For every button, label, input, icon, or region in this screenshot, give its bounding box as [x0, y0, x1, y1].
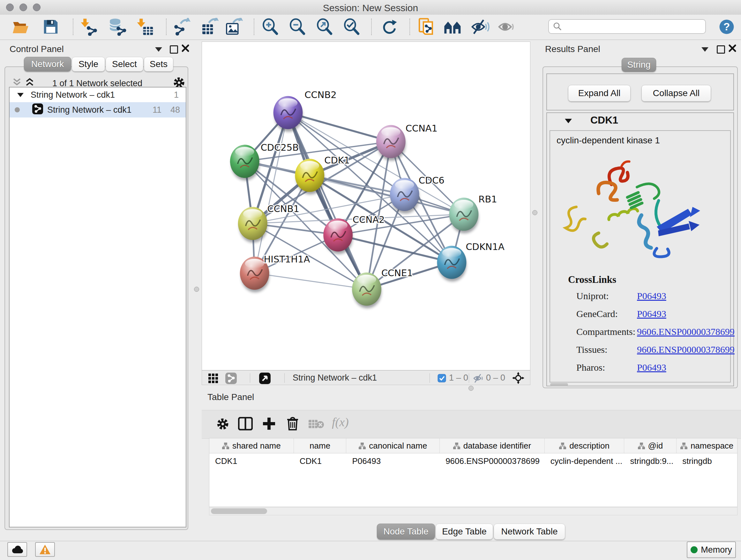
cell-id: stringdb:9...	[624, 453, 677, 469]
horizontal-splitter-handle[interactable]	[468, 386, 474, 391]
title-bar: Session: New Session	[0, 0, 741, 15]
memory-label: Memory	[701, 545, 732, 555]
svg-text:?: ?	[724, 21, 730, 33]
tab-string[interactable]: String	[622, 58, 656, 72]
cloud-status-button[interactable]	[7, 542, 27, 557]
memory-button[interactable]: Memory	[687, 542, 736, 558]
delete-columns-trash-icon[interactable]	[286, 416, 299, 432]
toolbar-separator	[166, 18, 166, 35]
zoom-fit-icon[interactable]	[315, 17, 334, 37]
results-panel-close-icon[interactable]	[728, 44, 737, 54]
zoom-in-icon[interactable]	[261, 17, 280, 37]
duplicate-network-icon[interactable]	[417, 17, 436, 37]
crosslink-genecard-link[interactable]: P06493	[637, 308, 666, 319]
network-collection-row[interactable]: String Network – cdk1 1	[10, 87, 186, 102]
network-overview-icon[interactable]	[225, 372, 237, 386]
network-row[interactable]: String Network – cdk1 11 48	[10, 102, 186, 118]
network-node-count: 11	[152, 105, 161, 115]
results-panel-maximize-icon[interactable]	[717, 45, 725, 54]
left-splitter-handle[interactable]	[194, 287, 199, 292]
first-neighbors-icon[interactable]	[444, 17, 462, 37]
grid-view-icon[interactable]	[208, 373, 219, 385]
cell-database-identifier: 9606.ENSP00000378699	[440, 453, 545, 469]
network-canvas[interactable]: CCNB2CCNA1CDC25BCDK1CDC6RB1CCNB1CCNA2CDK…	[202, 42, 530, 370]
tab-node-table[interactable]: Node Table	[377, 523, 435, 540]
control-panel-float-icon[interactable]	[155, 47, 162, 52]
search-field[interactable]	[548, 19, 706, 34]
help-icon[interactable]: ?	[718, 17, 736, 37]
column-header-name[interactable]: name	[294, 438, 347, 453]
svg-text:CCNA1: CCNA1	[406, 123, 437, 134]
save-session-icon[interactable]	[42, 17, 60, 37]
open-session-icon[interactable]	[11, 17, 30, 37]
table-hscrollbar-track[interactable]	[209, 507, 738, 515]
network-graph[interactable]: CCNB2CCNA1CDC25BCDK1CDC6RB1CCNB1CCNA2CDK…	[202, 42, 530, 370]
column-header-database-identifier[interactable]: database identifier	[440, 438, 545, 453]
column-header-namespace[interactable]: namespace	[677, 438, 737, 453]
table-header-row: shared name name canonical name database…	[209, 438, 738, 453]
control-panel-close-icon[interactable]	[181, 44, 190, 54]
export-network-icon[interactable]	[173, 17, 192, 37]
function-builder-icon[interactable]: f(x)	[332, 415, 349, 429]
import-network-file-icon[interactable]	[80, 17, 98, 37]
tab-sets[interactable]: Sets	[144, 57, 173, 71]
zoom-selected-icon[interactable]	[342, 17, 361, 37]
gene-card-expander-icon[interactable]	[565, 119, 572, 123]
column-header-id[interactable]: @id	[624, 438, 677, 453]
gene-symbol: CDK1	[590, 114, 618, 126]
import-table-file-icon[interactable]	[136, 17, 154, 37]
pan-tool-icon[interactable]	[512, 372, 524, 385]
cell-shared-name: CDK1	[209, 453, 294, 469]
network-status-dot	[15, 107, 20, 112]
results-hscrollbar-thumb[interactable]	[550, 383, 568, 386]
results-panel-float-icon[interactable]	[701, 47, 709, 52]
column-header-shared-name[interactable]: shared name	[209, 438, 294, 453]
footer-separator	[250, 373, 250, 383]
collection-count: 1	[174, 90, 179, 100]
collection-expander-icon[interactable]	[17, 93, 23, 97]
table-row[interactable]: CDK1 CDK1 P06493 9606.ENSP00000378699 cy…	[209, 453, 737, 469]
column-header-description[interactable]: description	[545, 438, 624, 453]
crosslink-pharos-link[interactable]: P06493	[637, 362, 666, 373]
selected-checkbox-icon[interactable]	[437, 374, 446, 384]
warning-status-button[interactable]	[35, 542, 55, 557]
tab-network-table[interactable]: Network Table	[494, 523, 565, 540]
tab-select[interactable]: Select	[106, 57, 143, 71]
crosslink-uniprot-link[interactable]: P06493	[637, 291, 666, 301]
crosslink-label: GeneCard:	[576, 308, 618, 319]
search-input[interactable]	[562, 21, 697, 32]
crosslink-compartments-link[interactable]: 9606.ENSP00000378699	[637, 326, 735, 337]
control-panel-maximize-icon[interactable]	[170, 45, 178, 54]
table-settings-gear-icon[interactable]	[216, 417, 230, 432]
crosslink-label: Pharos:	[576, 362, 605, 373]
tab-network[interactable]: Network	[24, 57, 71, 71]
delete-table-icon[interactable]	[308, 419, 324, 431]
table-hscrollbar-thumb[interactable]	[211, 508, 267, 514]
create-column-icon[interactable]	[262, 417, 276, 432]
table-panel-title: Table Panel	[207, 392, 254, 402]
svg-text:CDKN1A: CDKN1A	[466, 241, 504, 252]
hide-selected-icon[interactable]	[471, 17, 489, 37]
zoom-out-icon[interactable]	[288, 17, 307, 37]
control-panel-title: Control Panel	[10, 44, 64, 54]
hidden-counter: 0 – 0	[486, 373, 505, 383]
tab-style[interactable]: Style	[72, 57, 105, 71]
detach-view-icon[interactable]	[259, 372, 271, 386]
main-toolbar: ?	[0, 15, 741, 40]
collapse-all-button[interactable]: Collapse All	[642, 85, 711, 102]
export-table-icon[interactable]	[200, 17, 219, 37]
export-image-icon[interactable]	[225, 17, 243, 37]
crosslink-tissues-link[interactable]: 9606.ENSP00000378699	[637, 344, 735, 355]
tab-edge-table[interactable]: Edge Table	[435, 523, 493, 540]
toolbar-separator	[254, 18, 254, 35]
update-network-icon[interactable]	[380, 17, 398, 37]
expand-all-button[interactable]: Expand All	[568, 85, 630, 102]
show-all-icon[interactable]	[498, 17, 516, 37]
svg-text:CCNA2: CCNA2	[353, 214, 385, 225]
show-columns-icon[interactable]	[238, 417, 253, 432]
string-network-icon	[32, 103, 44, 117]
import-network-database-icon[interactable]	[108, 17, 126, 37]
column-header-canonical-name[interactable]: canonical name	[346, 438, 440, 453]
svg-text:HIST1H1A: HIST1H1A	[264, 254, 310, 265]
right-splitter-handle[interactable]	[532, 210, 537, 215]
